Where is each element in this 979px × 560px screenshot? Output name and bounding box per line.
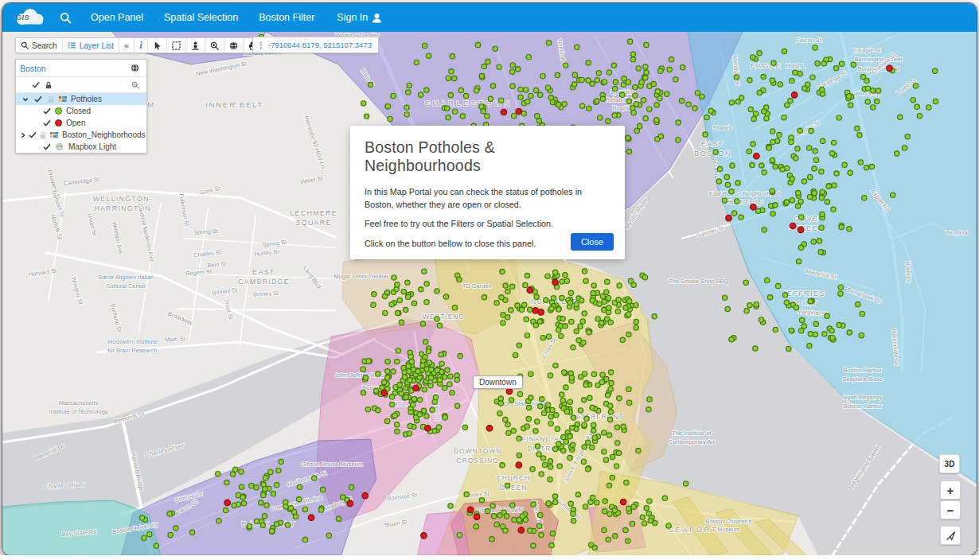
pothole-closed-dot[interactable] — [582, 269, 587, 274]
check-icon[interactable] — [33, 95, 43, 103]
layer-row-open[interactable]: Open — [16, 117, 146, 129]
pothole-open-dot[interactable] — [887, 65, 893, 71]
pothole-closed-dot[interactable] — [422, 387, 427, 392]
pothole-closed-dot[interactable] — [499, 98, 504, 103]
pothole-closed-dot[interactable] — [771, 60, 776, 65]
pothole-closed-dot[interactable] — [831, 140, 836, 145]
pothole-closed-dot[interactable] — [189, 530, 194, 535]
pothole-closed-dot[interactable] — [436, 425, 441, 430]
pothole-closed-dot[interactable] — [420, 321, 425, 326]
pothole-closed-dot[interactable] — [499, 295, 504, 300]
layer-row-neighborhoods[interactable]: Boston_Neighborhoods — [16, 129, 146, 141]
pothole-closed-dot[interactable] — [410, 402, 415, 407]
pothole-closed-dot[interactable] — [435, 289, 439, 294]
pothole-closed-dot[interactable] — [902, 146, 907, 150]
pothole-closed-dot[interactable] — [174, 526, 178, 531]
pothole-closed-dot[interactable] — [807, 344, 812, 348]
pothole-closed-dot[interactable] — [579, 103, 584, 108]
pothole-closed-dot[interactable] — [619, 92, 624, 97]
pothole-closed-dot[interactable] — [602, 527, 607, 532]
pothole-closed-dot[interactable] — [837, 322, 841, 327]
pothole-closed-dot[interactable] — [568, 290, 573, 295]
pothole-closed-dot[interactable] — [232, 503, 236, 508]
pothole-closed-dot[interactable] — [545, 274, 550, 278]
pothole-closed-dot[interactable] — [580, 319, 585, 324]
pothole-closed-dot[interactable] — [568, 501, 573, 506]
pothole-closed-dot[interactable] — [448, 374, 453, 379]
pothole-closed-dot[interactable] — [591, 290, 595, 295]
pothole-closed-dot[interactable] — [408, 378, 412, 383]
pothole-closed-dot[interactable] — [531, 502, 536, 507]
pothole-closed-dot[interactable] — [794, 305, 798, 310]
pothole-closed-dot[interactable] — [575, 492, 580, 497]
pothole-closed-dot[interactable] — [419, 287, 423, 292]
sign-in-button[interactable]: Sign In — [337, 12, 382, 23]
pothole-closed-dot[interactable] — [548, 414, 553, 419]
pothole-closed-dot[interactable] — [241, 501, 246, 506]
pothole-closed-dot[interactable] — [808, 174, 813, 179]
pothole-closed-dot[interactable] — [600, 372, 605, 377]
pothole-closed-dot[interactable] — [891, 192, 895, 197]
pothole-closed-dot[interactable] — [722, 198, 727, 203]
pothole-closed-dot[interactable] — [612, 508, 617, 512]
pothole-closed-dot[interactable] — [808, 299, 813, 304]
pothole-open-dot[interactable] — [798, 227, 804, 232]
pothole-closed-dot[interactable] — [479, 104, 484, 109]
pothole-closed-dot[interactable] — [820, 138, 825, 143]
pothole-closed-dot[interactable] — [548, 477, 552, 482]
pothole-closed-dot[interactable] — [409, 359, 414, 364]
pothole-closed-dot[interactable] — [606, 537, 610, 542]
pothole-closed-dot[interactable] — [578, 324, 583, 329]
pothole-closed-dot[interactable] — [259, 500, 263, 505]
pothole-closed-dot[interactable] — [540, 335, 545, 340]
pothole-closed-dot[interactable] — [862, 196, 867, 200]
pothole-closed-dot[interactable] — [529, 93, 533, 98]
pothole-closed-dot[interactable] — [297, 484, 302, 489]
pothole-closed-dot[interactable] — [796, 259, 801, 264]
pothole-closed-dot[interactable] — [404, 112, 409, 117]
check-icon[interactable] — [41, 119, 52, 126]
pothole-closed-dot[interactable] — [474, 524, 478, 529]
pothole-closed-dot[interactable] — [454, 377, 459, 382]
pothole-closed-dot[interactable] — [447, 382, 452, 387]
pothole-closed-dot[interactable] — [388, 116, 392, 121]
pothole-closed-dot[interactable] — [555, 72, 560, 77]
pothole-closed-dot[interactable] — [509, 398, 513, 402]
pothole-closed-dot[interactable] — [511, 428, 516, 433]
pothole-closed-dot[interactable] — [464, 492, 469, 496]
pothole-closed-dot[interactable] — [406, 294, 411, 299]
nav-boston-filter[interactable]: Boston Filter — [259, 12, 314, 23]
pothole-closed-dot[interactable] — [168, 532, 173, 537]
pothole-closed-dot[interactable] — [605, 393, 610, 398]
pothole-closed-dot[interactable] — [811, 239, 816, 244]
pothole-closed-dot[interactable] — [529, 395, 533, 400]
layer-row-mapbox-light[interactable]: Mapbox Light — [16, 141, 146, 153]
pothole-closed-dot[interactable] — [230, 472, 235, 476]
pothole-closed-dot[interactable] — [428, 375, 433, 380]
pothole-closed-dot[interactable] — [610, 475, 614, 480]
pothole-closed-dot[interactable] — [411, 301, 416, 305]
pothole-closed-dot[interactable] — [579, 298, 584, 303]
pothole-closed-dot[interactable] — [401, 290, 406, 294]
pothole-closed-dot[interactable] — [583, 278, 588, 283]
pothole-closed-dot[interactable] — [275, 483, 279, 488]
pothole-closed-dot[interactable] — [865, 86, 870, 91]
pothole-closed-dot[interactable] — [612, 86, 617, 91]
pothole-closed-dot[interactable] — [570, 426, 575, 430]
pothole-closed-dot[interactable] — [739, 215, 743, 220]
pothole-closed-dot[interactable] — [613, 80, 618, 84]
pothole-closed-dot[interactable] — [423, 340, 428, 344]
pothole-closed-dot[interactable] — [747, 303, 752, 308]
pothole-closed-dot[interactable] — [626, 400, 631, 405]
pothole-open-dot[interactable] — [224, 500, 231, 505]
pothole-open-dot[interactable] — [347, 500, 353, 506]
pothole-closed-dot[interactable] — [657, 96, 662, 101]
pothole-closed-dot[interactable] — [651, 81, 656, 86]
pothole-closed-dot[interactable] — [630, 57, 635, 62]
pothole-closed-dot[interactable] — [826, 184, 831, 189]
pothole-closed-dot[interactable] — [424, 88, 429, 92]
pothole-closed-dot[interactable] — [439, 361, 444, 366]
pothole-open-dot[interactable] — [552, 279, 559, 285]
pothole-closed-dot[interactable] — [364, 114, 369, 119]
pothole-closed-dot[interactable] — [385, 369, 390, 374]
